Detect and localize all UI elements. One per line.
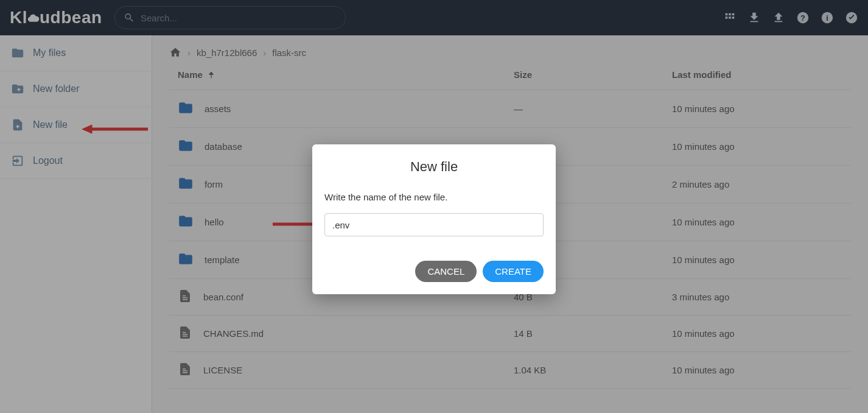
modal-label: Write the name of the new file. xyxy=(324,192,544,202)
modal-title: New file xyxy=(324,159,544,175)
cancel-button[interactable]: CANCEL xyxy=(415,261,477,282)
new-file-modal: New file Write the name of the new file.… xyxy=(312,144,556,294)
filename-input[interactable] xyxy=(324,213,544,236)
create-button[interactable]: CREATE xyxy=(483,261,544,282)
modal-overlay[interactable]: New file Write the name of the new file.… xyxy=(0,0,868,413)
